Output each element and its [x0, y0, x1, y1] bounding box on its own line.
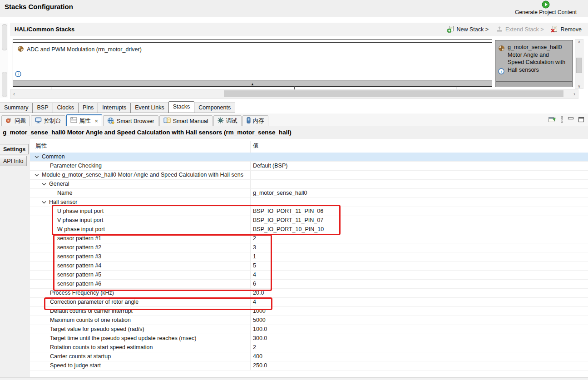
property-value[interactable]: 2 [250, 343, 256, 352]
property-label: W phase input port [57, 225, 105, 234]
property-value[interactable]: BSP_IO_PORT_10_PIN_10 [250, 225, 324, 234]
property-value[interactable]: 4 [250, 271, 256, 279]
restore-view-icon[interactable] [548, 116, 556, 124]
property-row[interactable]: Speed to judge start250.0 [30, 361, 588, 370]
tab-stacks[interactable]: Stacks [168, 101, 195, 113]
property-value[interactable]: 400 [250, 352, 262, 361]
property-value[interactable] [250, 153, 253, 161]
vertical-scroll-thumb[interactable] [576, 58, 582, 73]
minimize-icon[interactable] [568, 117, 574, 123]
property-rows: CommonParameter CheckingDefault (BSP)Mod… [30, 153, 588, 370]
property-row[interactable]: Process Frequency (kHz)20.0 [30, 289, 588, 298]
property-row[interactable]: Maximum counts of one rotation5000 [30, 316, 588, 325]
extend-stack-button[interactable]: Extend Stack > [496, 26, 544, 34]
close-icon[interactable]: × [95, 118, 99, 124]
property-value[interactable]: BSP_IO_PORT_11_PIN_06 [250, 207, 323, 216]
view-menu-icon[interactable] [560, 116, 563, 124]
scroll-left-icon[interactable]: ‹ [13, 91, 15, 97]
chevron-down-icon[interactable] [35, 155, 42, 158]
property-value[interactable]: 1000 [250, 307, 266, 316]
property-value[interactable]: 250.0 [250, 361, 267, 370]
scroll-up-icon[interactable]: ∧ [575, 39, 583, 44]
property-row[interactable]: sensor pattern #23 [30, 243, 588, 252]
property-row[interactable]: General [30, 180, 588, 189]
view-tab-问题[interactable]: 问题 [1, 115, 30, 127]
property-value[interactable]: 4 [250, 298, 256, 306]
property-row[interactable]: Correction parameter of rotor angle4 [30, 298, 588, 307]
property-label: Correction parameter of rotor angle [50, 298, 138, 306]
property-value[interactable] [250, 180, 253, 188]
property-value[interactable]: 2 [250, 234, 256, 243]
property-row[interactable]: Parameter CheckingDefault (BSP) [30, 162, 588, 171]
property-value[interactable]: BSP_IO_PORT_11_PIN_07 [250, 216, 323, 225]
property-value[interactable]: 6 [250, 280, 256, 288]
property-row[interactable]: W phase input portBSP_IO_PORT_10_PIN_10 [30, 225, 588, 234]
view-tab-属性[interactable]: 属性× [66, 114, 103, 127]
view-tab-调试[interactable]: 调试 [213, 115, 242, 127]
canvas-horizontal-scrollbar[interactable]: ‹ › [10, 89, 578, 99]
maximize-icon[interactable] [578, 117, 584, 124]
property-value[interactable]: Default (BSP) [250, 162, 287, 170]
tab-summary[interactable]: Summary [0, 103, 33, 113]
property-row[interactable]: U phase input portBSP_IO_PORT_11_PIN_06 [30, 207, 588, 216]
property-row[interactable]: Rotation counts to start speed estimatio… [30, 343, 588, 352]
property-value[interactable] [250, 171, 253, 179]
tab-clocks[interactable]: Clocks [53, 103, 79, 113]
property-value[interactable] [250, 198, 253, 207]
property-value[interactable]: 20.0 [250, 289, 264, 297]
view-tab-smart-manual[interactable]: Smart Manual [159, 115, 212, 127]
generate-label: Generate Project Content [507, 9, 584, 15]
tab-event-links[interactable]: Event Links [130, 103, 169, 113]
property-value[interactable]: 1 [250, 252, 256, 261]
property-row[interactable]: Target time until the pseudo speed updat… [30, 334, 588, 343]
remove-button[interactable]: Remove [551, 25, 582, 34]
tab-pins[interactable]: Pins [78, 103, 98, 113]
property-value[interactable]: 5 [250, 262, 256, 270]
info-icon[interactable]: i [15, 71, 21, 79]
tab-interrupts[interactable]: Interrupts [98, 103, 131, 113]
property-row[interactable]: V phase input portBSP_IO_PORT_11_PIN_07 [30, 216, 588, 225]
collapsed-palette-handle-2[interactable] [2, 72, 7, 97]
canvas-vertical-scrollbar[interactable]: ∧ ∨ [575, 39, 583, 89]
property-row[interactable]: Hall sensor [30, 198, 588, 207]
horizontal-scroll-thumb[interactable] [224, 90, 563, 97]
canvas-splitter-bar[interactable]: ▲ [13, 80, 492, 86]
adc-pwm-module-item[interactable]: ADC and PWM Modulation (rm_motor_driver) [18, 46, 142, 53]
property-row[interactable]: sensor pattern #45 [30, 262, 588, 271]
property-row[interactable]: sensor pattern #31 [30, 252, 588, 262]
scroll-down-icon[interactable]: ∨ [575, 84, 583, 89]
splitter-arrow-icon: ▲ [251, 82, 254, 86]
property-row[interactable]: Common [30, 153, 588, 162]
chevron-down-icon[interactable] [42, 183, 49, 186]
property-label: Common [42, 153, 65, 161]
property-row[interactable]: Carrier counts at startup400 [30, 352, 588, 361]
generate-project-content-button[interactable]: Generate Project Content [507, 0, 584, 17]
view-tab-smart-browser[interactable]: Smart Browser [103, 115, 158, 127]
tab-api-info[interactable]: API Info [0, 156, 27, 166]
property-row[interactable]: Default counts of carrier interrupt1000 [30, 307, 588, 316]
property-row[interactable]: Module g_motor_sense_hall0 Motor Angle a… [30, 171, 588, 180]
property-row[interactable]: Nameg_motor_sense_hall0 [30, 189, 588, 198]
scroll-right-icon[interactable]: › [573, 91, 575, 97]
property-value[interactable]: g_motor_sense_hall0 [250, 189, 307, 197]
property-row[interactable]: sensor pattern #12 [30, 234, 588, 243]
property-value[interactable]: 5000 [250, 316, 266, 325]
view-tab-控制台[interactable]: 控制台 [31, 115, 65, 127]
view-tab-内存[interactable]: 内存 [242, 115, 268, 127]
property-row[interactable]: sensor pattern #54 [30, 271, 588, 280]
tab-components[interactable]: Components [194, 103, 235, 113]
property-value[interactable]: 300.0 [250, 334, 267, 343]
tab-settings[interactable]: Settings [0, 144, 29, 154]
chevron-down-icon[interactable] [42, 201, 49, 204]
collapsed-palette-handle[interactable] [2, 24, 7, 50]
property-value[interactable]: 100.0 [250, 325, 267, 334]
tab-bsp[interactable]: BSP [32, 103, 53, 113]
property-value[interactable]: 3 [250, 243, 256, 252]
view-tabs: 问题控制台属性×Smart BrowserSmart Manual调试内存 [1, 114, 269, 127]
motor-sense-hall-module-box[interactable]: g_motor_sense_hall0Motor Angle andSpeed … [495, 40, 573, 87]
property-row[interactable]: sensor pattern #66 [30, 280, 588, 289]
property-row[interactable]: Target value for pseudo speed (rad/s)100… [30, 325, 588, 334]
new-stack-button[interactable]: New Stack > [447, 25, 489, 34]
chevron-down-icon[interactable] [35, 173, 42, 177]
info-icon[interactable]: i [498, 68, 504, 76]
